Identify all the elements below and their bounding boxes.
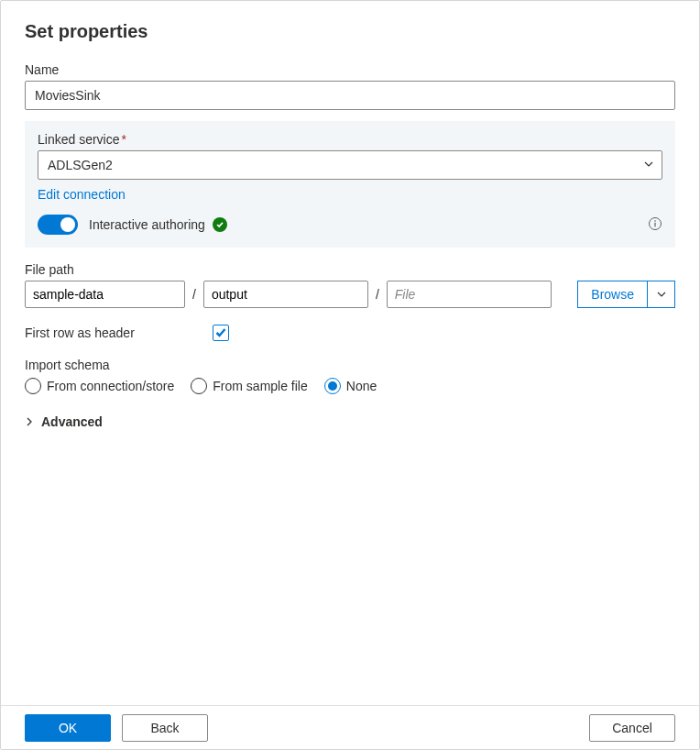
advanced-label: Advanced bbox=[41, 414, 103, 429]
radio-label: From sample file bbox=[213, 379, 307, 393]
linked-service-select[interactable]: ADLSGen2 bbox=[38, 150, 662, 180]
chevron-down-icon bbox=[643, 158, 654, 172]
import-schema-field: Import schema From connection/store From… bbox=[25, 358, 675, 394]
interactive-authoring-toggle[interactable] bbox=[38, 215, 78, 235]
svg-rect-2 bbox=[654, 222, 655, 226]
linked-service-field: Linked service* ADLSGen2 bbox=[38, 132, 662, 180]
file-path-directory-input[interactable] bbox=[203, 281, 368, 308]
file-path-folder-input[interactable] bbox=[25, 281, 185, 308]
name-label: Name bbox=[25, 62, 675, 77]
radio-label: From connection/store bbox=[47, 379, 174, 393]
path-separator: / bbox=[192, 287, 196, 302]
check-badge-icon bbox=[213, 217, 227, 232]
path-separator: / bbox=[376, 287, 379, 302]
advanced-toggle[interactable]: Advanced bbox=[25, 414, 675, 429]
edit-connection-link[interactable]: Edit connection bbox=[38, 187, 126, 202]
browse-group: Browse bbox=[577, 281, 675, 308]
first-row-header-checkbox[interactable] bbox=[213, 325, 229, 341]
import-schema-label: Import schema bbox=[25, 358, 675, 372]
file-path-field: File path / / Browse bbox=[25, 262, 675, 308]
cancel-button[interactable]: Cancel bbox=[589, 714, 675, 742]
page-title: Set properties bbox=[25, 21, 675, 42]
import-schema-options: From connection/store From sample file N… bbox=[25, 378, 675, 394]
browse-caret-button[interactable] bbox=[648, 281, 675, 308]
interactive-authoring-label: Interactive authoring bbox=[89, 217, 205, 232]
required-star: * bbox=[122, 132, 126, 147]
linked-service-box: Linked service* ADLSGen2 Edit connection… bbox=[25, 121, 675, 248]
name-field: Name bbox=[25, 62, 675, 110]
radio-from-sample-file[interactable]: From sample file bbox=[191, 378, 307, 394]
linked-service-label: Linked service* bbox=[38, 132, 662, 147]
panel-content: Set properties Name Linked service* ADLS… bbox=[1, 1, 699, 707]
radio-label: None bbox=[346, 379, 377, 393]
caret-right-icon bbox=[25, 417, 34, 426]
interactive-authoring-row: Interactive authoring bbox=[38, 215, 662, 235]
ok-button[interactable]: OK bbox=[25, 714, 111, 742]
radio-icon bbox=[324, 378, 341, 394]
back-button[interactable]: Back bbox=[122, 714, 208, 742]
file-path-label: File path bbox=[25, 262, 675, 277]
first-row-header-field: First row as header bbox=[25, 325, 675, 341]
footer: OK Back Cancel bbox=[1, 705, 699, 749]
radio-from-connection[interactable]: From connection/store bbox=[25, 378, 174, 394]
name-input[interactable] bbox=[25, 81, 675, 110]
linked-service-label-text: Linked service bbox=[38, 132, 120, 147]
linked-service-value: ADLSGen2 bbox=[48, 158, 113, 172]
file-path-row: / / Browse bbox=[25, 281, 675, 308]
radio-none[interactable]: None bbox=[324, 378, 377, 394]
radio-icon bbox=[25, 378, 41, 394]
first-row-header-label: First row as header bbox=[25, 325, 213, 340]
browse-button[interactable]: Browse bbox=[577, 281, 648, 308]
radio-icon bbox=[191, 378, 207, 394]
info-icon[interactable] bbox=[648, 216, 662, 234]
svg-point-1 bbox=[654, 220, 656, 222]
file-path-file-input[interactable] bbox=[387, 281, 552, 308]
